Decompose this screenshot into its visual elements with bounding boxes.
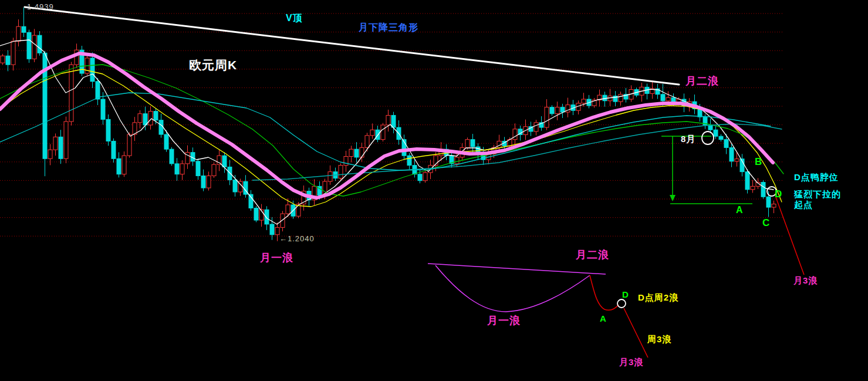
monthly-wave2-label: 月二浪 bbox=[685, 76, 719, 87]
candle-up bbox=[212, 164, 216, 176]
candle-up bbox=[48, 150, 52, 159]
candle-down bbox=[471, 140, 475, 147]
candle-down bbox=[159, 120, 163, 134]
candle-up bbox=[772, 204, 776, 207]
candle-up bbox=[11, 41, 15, 65]
candle-down bbox=[719, 136, 723, 139]
v-top-label: V顶 bbox=[286, 14, 303, 23]
monthly-wave3-label: 月3浪 bbox=[793, 276, 818, 285]
low-price-label: ←1.2040 bbox=[279, 235, 315, 243]
measure-arrow-down bbox=[670, 195, 676, 201]
candle-up bbox=[465, 140, 470, 148]
candle-up bbox=[286, 205, 290, 214]
candle-down bbox=[27, 32, 31, 59]
pulldown-start-label-line1: 猛烈下拉的 bbox=[794, 190, 841, 199]
candle-up bbox=[69, 65, 73, 122]
candle-down bbox=[766, 197, 771, 207]
candle-down bbox=[708, 125, 712, 130]
candle-down bbox=[164, 134, 168, 149]
candle-up bbox=[555, 107, 559, 114]
pulldown-start-label-line2: 起点 bbox=[794, 200, 813, 210]
candle-down bbox=[154, 112, 158, 120]
candle-down bbox=[550, 107, 554, 114]
candle-up bbox=[582, 99, 586, 103]
candle-up bbox=[138, 114, 142, 123]
candle-up bbox=[608, 96, 612, 100]
candle-down bbox=[96, 82, 100, 99]
candle-up bbox=[344, 157, 348, 166]
candle-down bbox=[729, 147, 734, 161]
candle-up bbox=[545, 107, 549, 127]
candle-up bbox=[513, 129, 517, 140]
chart-title: 欧元周K bbox=[189, 59, 237, 72]
candle-down bbox=[101, 99, 105, 119]
candle-down bbox=[265, 210, 269, 224]
schematic-point-d-label: D bbox=[622, 290, 629, 299]
candle-up bbox=[619, 95, 623, 102]
candle-down bbox=[745, 172, 749, 190]
point-b-label: B bbox=[755, 157, 762, 167]
schematic-wave1-curve bbox=[435, 265, 590, 312]
candle-up bbox=[666, 97, 670, 100]
descending-triangle-label: 月下降三角形 bbox=[359, 23, 418, 33]
candle-up bbox=[360, 147, 364, 157]
candle-up bbox=[386, 115, 390, 124]
candle-down bbox=[112, 141, 116, 159]
candle-down bbox=[38, 35, 42, 53]
candle-down bbox=[407, 156, 411, 165]
week-wave3-label: 周3浪 bbox=[647, 335, 671, 344]
candle-down bbox=[254, 208, 258, 220]
candle-down bbox=[201, 176, 205, 188]
monthly-wave1-label: 月一浪 bbox=[260, 252, 293, 264]
candle-up bbox=[365, 136, 369, 148]
candle-down bbox=[354, 149, 359, 157]
candle-up bbox=[127, 134, 131, 156]
candle-up bbox=[1, 56, 5, 63]
candle-down bbox=[22, 26, 26, 32]
candle-down bbox=[59, 137, 63, 159]
schematic-d-week-wave2-label: D点周2浪 bbox=[638, 293, 678, 302]
candle-up bbox=[349, 149, 353, 156]
candle-up bbox=[53, 137, 58, 150]
candle-up bbox=[207, 176, 211, 188]
candle-down bbox=[6, 56, 10, 65]
candle-up bbox=[16, 26, 21, 41]
duck-neck-label: D点鸭脖位 bbox=[794, 173, 839, 182]
candle-down bbox=[106, 119, 110, 141]
candle-down bbox=[560, 107, 565, 112]
candle-down bbox=[661, 95, 665, 101]
candle-up bbox=[148, 112, 153, 125]
candle-up bbox=[423, 173, 427, 181]
candle-up bbox=[381, 125, 385, 140]
candle-up bbox=[275, 227, 279, 234]
candle-down bbox=[724, 140, 728, 148]
candle-down bbox=[175, 164, 179, 174]
point-a-label: A bbox=[736, 205, 744, 215]
candle-up bbox=[455, 157, 459, 164]
schematic-wave3-line bbox=[624, 308, 648, 358]
candle-down bbox=[222, 156, 227, 167]
candle-up bbox=[180, 164, 184, 174]
schematic-triangle-line bbox=[428, 264, 606, 274]
schematic-monthly-wave3-label: 月3浪 bbox=[619, 358, 643, 367]
august-label: 8月 bbox=[681, 134, 695, 144]
ma-yellow bbox=[0, 69, 782, 207]
point-d-label: D bbox=[775, 189, 782, 200]
candle-down bbox=[418, 174, 422, 181]
schematic-point-a-label: A bbox=[600, 314, 607, 323]
candle-up bbox=[64, 122, 68, 159]
peak-price-label: 1.4939 bbox=[27, 3, 54, 11]
candle-down bbox=[196, 161, 200, 176]
candle-down bbox=[761, 182, 765, 197]
candlestick-canvas[interactable] bbox=[0, 0, 868, 381]
candle-down bbox=[117, 159, 121, 174]
point-c-label: C bbox=[762, 218, 770, 228]
august-candle-circle bbox=[702, 132, 714, 144]
candle-up bbox=[534, 123, 538, 132]
schematic-d-circle bbox=[617, 299, 626, 308]
candle-up bbox=[32, 35, 36, 59]
candle-down bbox=[233, 180, 237, 192]
candle-up bbox=[370, 130, 374, 136]
candle-up bbox=[328, 172, 332, 181]
schematic-wave-a-curve bbox=[590, 275, 619, 310]
